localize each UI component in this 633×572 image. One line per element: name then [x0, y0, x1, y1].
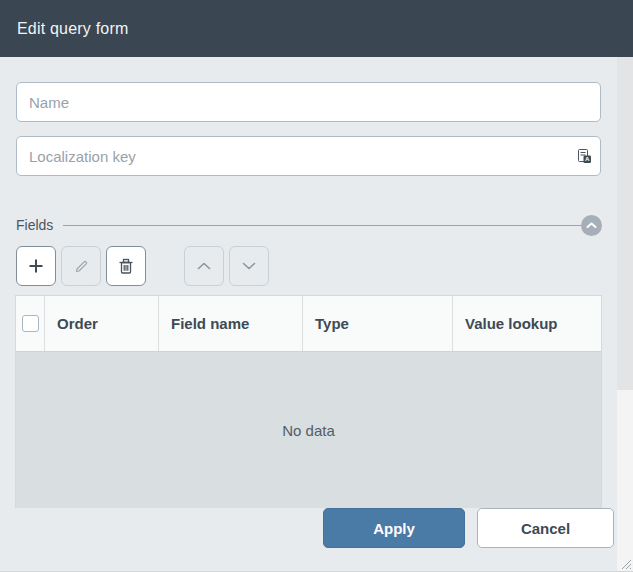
column-header-value-lookup[interactable]: Value lookup — [453, 296, 601, 351]
vertical-scrollbar[interactable] — [617, 57, 633, 572]
resize-grip-icon[interactable] — [619, 557, 631, 569]
trash-icon — [118, 258, 134, 275]
select-all-checkbox[interactable] — [22, 315, 39, 332]
add-field-button[interactable] — [16, 246, 56, 286]
plus-icon — [28, 258, 44, 274]
apply-button[interactable]: Apply — [323, 508, 465, 548]
cancel-button[interactable]: Cancel — [477, 508, 614, 548]
name-input[interactable] — [16, 82, 601, 122]
localization-key-input[interactable] — [16, 136, 601, 176]
chevron-down-icon — [242, 262, 256, 270]
fields-table-header: Order Field name Type Value lookup — [15, 295, 602, 352]
name-field-wrap — [16, 82, 601, 122]
edit-query-form-dialog: Edit query form A Fields — [0, 0, 633, 572]
fields-group-label: Fields — [16, 217, 63, 233]
column-header-order[interactable]: Order — [45, 296, 159, 351]
pencil-icon — [74, 259, 89, 274]
localization-key-field-wrap: A — [16, 136, 601, 176]
move-up-button[interactable] — [184, 246, 224, 286]
scrollbar-thumb[interactable] — [617, 57, 633, 390]
fields-collapse-button[interactable] — [581, 215, 602, 236]
delete-field-button[interactable] — [106, 246, 146, 286]
column-header-type[interactable]: Type — [303, 296, 453, 351]
column-header-field-name[interactable]: Field name — [159, 296, 303, 351]
fields-group-divider — [63, 225, 581, 226]
chevron-up-icon — [586, 222, 597, 229]
fields-table-body: No data — [15, 352, 602, 508]
move-down-button[interactable] — [229, 246, 269, 286]
edit-field-button[interactable] — [61, 246, 101, 286]
svg-text:A: A — [585, 155, 590, 162]
no-data-text: No data — [282, 422, 335, 439]
select-all-cell — [16, 296, 45, 351]
fields-group-header: Fields — [16, 214, 602, 236]
dialog-header: Edit query form — [0, 0, 633, 57]
fields-toolbar — [16, 246, 274, 286]
chevron-up-icon — [197, 262, 211, 270]
localization-lookup-icon[interactable]: A — [576, 148, 592, 164]
fields-table: Order Field name Type Value lookup No da… — [15, 295, 602, 508]
dialog-title: Edit query form — [17, 20, 128, 38]
